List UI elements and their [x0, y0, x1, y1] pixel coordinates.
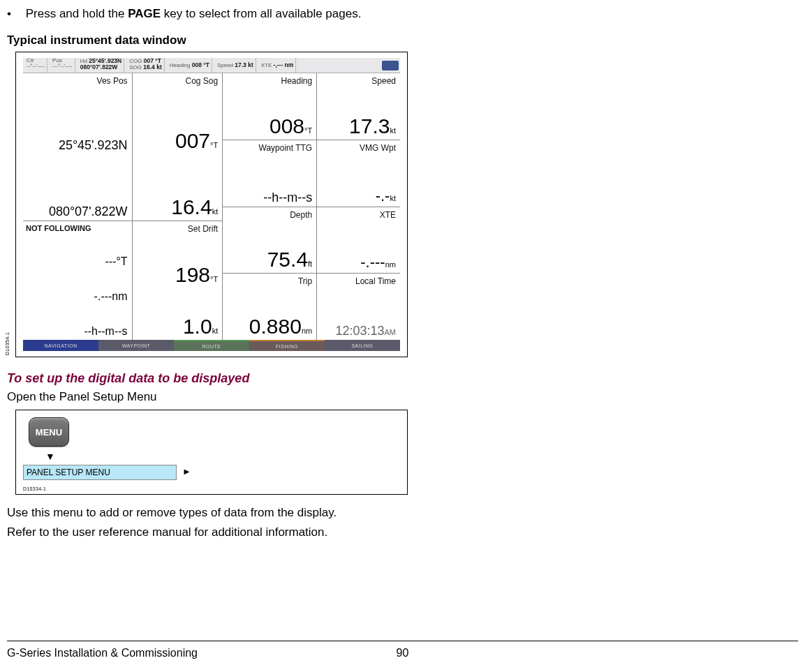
time-value: 12:03:13AM	[320, 324, 396, 337]
data-grid: Ves Pos 25°45'.923N 080°07'.822W NOT FOL…	[23, 73, 400, 340]
footer-title: G-Series Installation & Commissioning	[7, 647, 198, 659]
instrument-screenshot-figure: D10354-1 C#--°--'---- Pos---°--'---- Hd …	[15, 52, 408, 357]
softkey-fishing[interactable]: FISHING	[249, 340, 325, 351]
trail-text-2: Refer to the user reference manual for a…	[7, 525, 798, 539]
instruction-line: • Press and hold the PAGE key to select …	[7, 7, 798, 21]
xte-value: -.---nm	[320, 255, 396, 270]
figure-code-2: D10334-1	[23, 486, 46, 491]
depth-label: Depth	[226, 210, 312, 220]
open-panel-text: Open the Panel Setup Menu	[7, 390, 798, 404]
vespos-lat: 25°45'.923N	[26, 139, 128, 151]
nf-v3: --h--m--s	[26, 326, 128, 337]
depth-value: 75.4ft	[226, 249, 312, 270]
trip-label: Trip	[226, 276, 312, 286]
footer-rule	[7, 641, 798, 641]
setdrift-label: Set Drift	[135, 224, 219, 234]
menu-button[interactable]: MENU	[29, 417, 69, 447]
panel-setup-menu-item[interactable]: PANEL SETUP MENU	[23, 465, 177, 480]
heading-label: Heading	[226, 76, 312, 86]
softkey-navigation[interactable]: NAVIGATION	[23, 340, 98, 351]
softkey-bar: NAVIGATION WAYPOINT ROUTE FISHING SAILIN…	[23, 340, 400, 351]
wpt-ttg-value: --h--m--s	[226, 191, 312, 204]
instr-prefix: Press and hold the	[26, 7, 128, 20]
subheading: To set up the digital data to be display…	[7, 371, 798, 386]
softkey-sailing[interactable]: SAILING	[325, 340, 400, 351]
time-label: Local Time	[320, 276, 396, 286]
right-arrow-icon: ►	[182, 466, 191, 477]
set-value: 198°T	[135, 264, 219, 285]
vespos-lon: 080°07'.822W	[26, 205, 128, 218]
brand-badge-icon	[382, 61, 399, 70]
vespos-label: Ves Pos	[26, 76, 128, 86]
cogsog-label: Cog Sog	[135, 76, 219, 86]
vmg-value: -.-kt	[320, 188, 396, 204]
wpt-ttg-label: Waypoint TTG	[226, 143, 312, 153]
status-bar: C#--°--'---- Pos---°--'---- Hd 25°45'.92…	[23, 58, 400, 73]
trip-value: 0.880nm	[226, 316, 312, 337]
page-footer: G-Series Installation & Commissioning 90	[7, 647, 798, 659]
section-title: Typical instrument data window	[7, 33, 798, 47]
instr-suffix: key to select from all available pages.	[161, 7, 361, 20]
trail-text-1: Use this menu to add or remove types of …	[7, 506, 798, 520]
down-arrow-icon: ▼	[45, 451, 55, 462]
cog-value: 007°T	[135, 130, 219, 151]
menu-diagram-figure: MENU ▼ PANEL SETUP MENU ► D10334-1	[15, 410, 408, 495]
xte-label: XTE	[320, 210, 396, 220]
figure-code: D10354-1	[5, 332, 10, 355]
nf-v1: ---°T	[26, 256, 128, 267]
nf-v2: -.---nm	[26, 291, 128, 302]
heading-value: 008°T	[226, 116, 312, 137]
softkey-route[interactable]: ROUTE	[174, 340, 249, 351]
speed-value: 17.3kt	[320, 116, 396, 137]
drift-value: 1.0kt	[135, 316, 219, 337]
speed-label: Speed	[320, 76, 396, 86]
sog-value: 16.4kt	[135, 197, 219, 218]
page-key: PAGE	[128, 7, 161, 20]
softkey-waypoint[interactable]: WAYPOINT	[98, 340, 174, 351]
page-number: 90	[397, 647, 409, 659]
not-following-label: NOT FOLLOWING	[26, 224, 128, 232]
vmg-label: VMG Wpt	[320, 143, 396, 153]
